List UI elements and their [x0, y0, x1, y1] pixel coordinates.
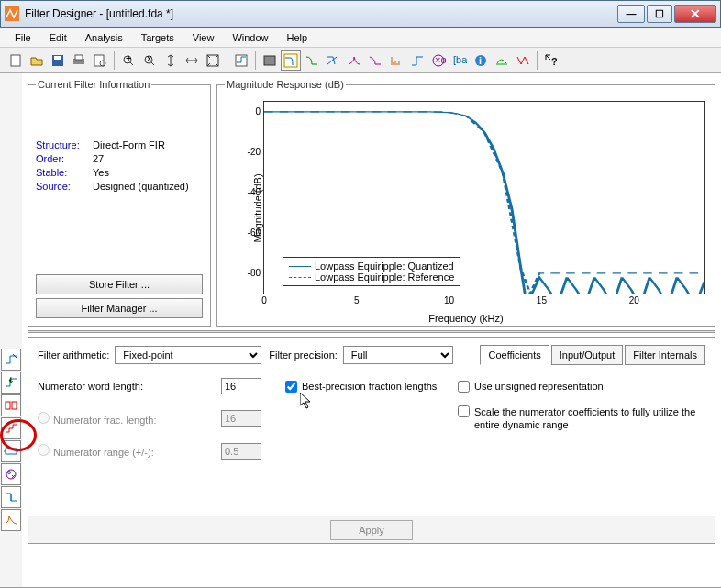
svg-rect-22 [6, 402, 10, 409]
xtick-10: 10 [444, 294, 454, 305]
close-button[interactable]: ✕ [674, 5, 716, 23]
panel-divider[interactable] [28, 330, 715, 333]
structure-value: Direct-Form FIR [93, 139, 165, 150]
mag-phase-icon[interactable] [323, 50, 343, 71]
store-filter-button[interactable]: Store Filter ... [36, 274, 203, 294]
filter-precision-select[interactable]: Full [343, 346, 453, 364]
group-delay-icon[interactable] [344, 50, 364, 71]
quantization-icon[interactable] [1, 417, 21, 439]
filter-info-icon[interactable]: i [471, 50, 491, 71]
svg-point-26 [8, 472, 11, 474]
numerator-range-label: Numerator range (+/-): [53, 447, 154, 458]
x-axis-label: Frequency (kHz) [428, 313, 503, 324]
svg-rect-14 [264, 56, 275, 65]
maximize-button[interactable]: ☐ [647, 5, 672, 23]
zoom-out-icon[interactable]: x [139, 50, 160, 71]
xtick-0: 0 [261, 294, 267, 305]
numerator-range-input [221, 443, 261, 460]
structure-label: Structure: [36, 139, 93, 150]
menu-window[interactable]: Window [225, 30, 275, 45]
filter-manager-button[interactable]: Filter Manager ... [36, 298, 203, 318]
numerator-frac-length-input [221, 410, 261, 427]
phase-delay-icon[interactable] [365, 50, 385, 71]
magnitude-response-panel: Magnitude Response (dB) Magnitude (dB) F… [216, 79, 715, 327]
stable-value: Yes [93, 167, 109, 178]
svg-rect-3 [54, 56, 61, 60]
context-help-icon[interactable]: ? [541, 50, 561, 71]
save-icon[interactable] [48, 50, 68, 71]
window-title: Filter Designer - [untitled.fda *] [25, 7, 617, 20]
round-off-icon[interactable] [492, 50, 512, 71]
zoom-y-icon[interactable] [161, 50, 181, 71]
pole-zero-icon[interactable]: ×o [428, 50, 449, 71]
mag-response-icon[interactable] [281, 50, 301, 71]
import-filter-icon[interactable] [1, 372, 21, 394]
zoom-x-icon[interactable] [182, 50, 202, 71]
unsigned-rep-checkbox[interactable] [458, 381, 470, 393]
toggle-legends-icon[interactable] [260, 50, 280, 71]
design-filter-icon[interactable] [1, 349, 21, 371]
tab-filter-internals[interactable]: Filter Internals [625, 345, 705, 365]
print-preview-icon[interactable] [90, 50, 110, 71]
zoom-in-icon[interactable]: + [118, 50, 139, 71]
menu-file[interactable]: File [7, 30, 39, 45]
tab-input-output[interactable]: Input/Output [551, 345, 624, 365]
xtick-20: 20 [629, 294, 639, 305]
filter-specs-icon[interactable] [231, 50, 251, 71]
coefficients-icon[interactable]: [ba] [449, 50, 470, 71]
title-bar: Filter Designer - [untitled.fda *] — ☐ ✕ [0, 0, 721, 28]
mag-est-icon[interactable] [513, 50, 533, 71]
ytick-0: 0 [255, 106, 264, 116]
source-value: Designed (quantized) [93, 181, 189, 192]
stable-label: Stable: [36, 167, 93, 178]
menu-edit[interactable]: Edit [42, 30, 74, 45]
svg-text:i: i [479, 55, 482, 66]
xtick-15: 15 [537, 294, 547, 305]
svg-text:×o: ×o [435, 54, 446, 65]
plot-legend: Lowpass Equiripple: Quantized Lowpass Eq… [283, 257, 460, 286]
svg-rect-15 [284, 54, 297, 67]
scale-numerator-label: Scale the numerator coefficients to full… [474, 405, 705, 432]
menu-analysis[interactable]: Analysis [78, 30, 130, 45]
open-icon[interactable] [27, 50, 47, 71]
numerator-word-length-label: Numerator word length: [38, 381, 221, 392]
ytick-m40: -40 [248, 187, 264, 197]
xtick-5: 5 [354, 294, 360, 305]
filter-info-legend: Current Filter Information [36, 79, 151, 90]
svg-text:+: + [126, 53, 131, 63]
numerator-word-length-input[interactable] [221, 378, 261, 394]
filter-arithmetic-select[interactable]: Fixed-point [115, 346, 261, 364]
pole-zero-edit-icon[interactable] [1, 463, 21, 485]
best-precision-label: Best-precision fraction lengths [302, 381, 437, 392]
minimize-button[interactable]: — [617, 5, 645, 23]
tab-coefficients[interactable]: Coefficients [480, 345, 549, 365]
svg-rect-23 [12, 402, 17, 409]
transform-filter-icon[interactable] [1, 486, 21, 508]
full-view-icon[interactable] [203, 50, 223, 71]
print-icon[interactable] [69, 50, 89, 71]
multirate-icon[interactable] [1, 394, 21, 416]
phase-response-icon[interactable] [302, 50, 322, 71]
menu-help[interactable]: Help [280, 30, 316, 45]
svg-rect-1 [11, 55, 20, 66]
menu-view[interactable]: View [185, 30, 222, 45]
menu-targets[interactable]: Targets [134, 30, 182, 45]
spec-mask-icon[interactable] [1, 509, 21, 531]
magplot-legend: Magnitude Response (dB) [225, 79, 346, 90]
numerator-frac-length-label: Numerator frac. length: [53, 415, 157, 426]
svg-text:x: x [147, 53, 152, 63]
best-precision-checkbox[interactable] [285, 381, 297, 393]
order-label: Order: [36, 153, 93, 164]
ytick-m20: -20 [248, 147, 264, 157]
order-value: 27 [93, 153, 104, 164]
realize-model-icon[interactable] [1, 440, 21, 462]
numerator-frac-length-radio [38, 412, 50, 424]
new-icon[interactable] [6, 50, 26, 71]
impulse-response-icon[interactable] [386, 50, 406, 71]
scale-numerator-checkbox[interactable] [458, 405, 470, 417]
plot-area: 0 -20 -40 -60 -80 0 5 10 15 20 Lowpass [263, 101, 705, 294]
ytick-m80: -80 [248, 268, 264, 278]
numerator-range-radio [38, 444, 50, 456]
step-response-icon[interactable] [407, 50, 427, 71]
legend-quantized: Lowpass Equiripple: Quantized [315, 261, 454, 272]
